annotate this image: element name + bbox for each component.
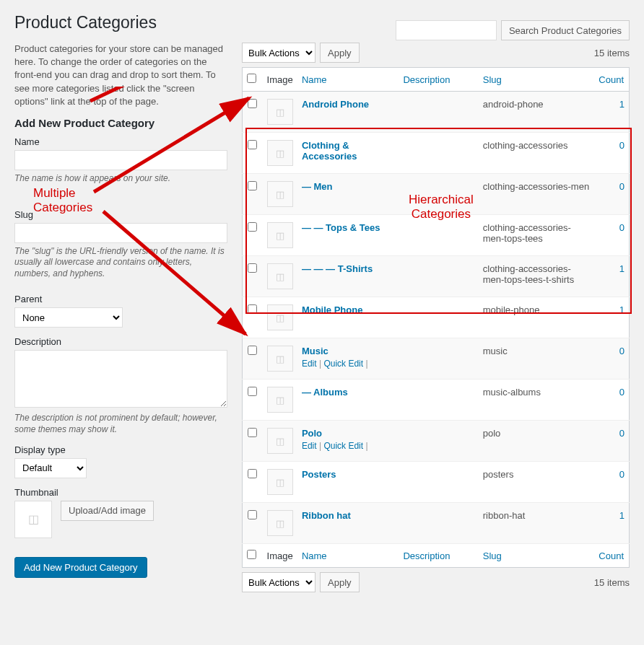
row-checkbox[interactable] xyxy=(248,387,257,396)
row-checkbox[interactable] xyxy=(248,510,257,519)
row-count-link[interactable]: 0 xyxy=(619,387,625,398)
image-icon: ◫ xyxy=(28,512,39,526)
table-row: ◫— Menclothing-accessories-men0 xyxy=(243,174,630,215)
name-label: Name xyxy=(14,136,227,147)
bulk-actions-select-bottom[interactable]: Bulk Actions xyxy=(242,572,316,592)
display-type-select[interactable]: Default xyxy=(14,458,87,478)
row-count-link[interactable]: 0 xyxy=(619,469,625,480)
quick-edit-link[interactable]: Quick Edit xyxy=(323,359,363,369)
row-count-link[interactable]: 1 xyxy=(619,510,625,521)
row-checkbox[interactable] xyxy=(248,263,257,273)
category-name-link[interactable]: Music xyxy=(302,346,328,356)
search-button[interactable]: Search Product Categories xyxy=(501,20,630,40)
thumbnail-label: Thumbnail xyxy=(14,487,227,498)
row-slug: clothing-accessories-men-tops-tees xyxy=(479,215,595,256)
row-slug: music xyxy=(479,338,595,379)
col-name-foot[interactable]: Name xyxy=(297,544,399,568)
row-actions: Edit | Quick Edit | xyxy=(302,441,394,451)
image-icon: ◫ xyxy=(267,181,293,207)
row-actions: Edit | Quick Edit | xyxy=(302,359,394,369)
category-name-link[interactable]: — — Tops & Tees xyxy=(302,222,380,233)
row-slug: clothing-accessories-men xyxy=(479,174,595,215)
col-slug-foot[interactable]: Slug xyxy=(479,544,595,568)
table-row: ◫Mobile Phonemobile-phone1 xyxy=(243,297,630,338)
row-checkbox[interactable] xyxy=(248,222,257,232)
row-count-link[interactable]: 0 xyxy=(619,140,625,151)
row-description xyxy=(399,256,478,297)
col-count[interactable]: Count xyxy=(594,68,629,92)
category-name-link[interactable]: Android Phone xyxy=(302,99,369,110)
row-checkbox[interactable] xyxy=(248,428,257,437)
row-description xyxy=(399,462,478,503)
col-name[interactable]: Name xyxy=(297,68,399,92)
table-row: ◫Ribbon hatribbon-hat1 xyxy=(243,503,630,544)
row-checkbox[interactable] xyxy=(248,304,257,314)
select-all-bottom[interactable] xyxy=(247,550,256,559)
edit-link[interactable]: Edit xyxy=(302,441,317,451)
row-description xyxy=(399,215,478,256)
row-slug: posters xyxy=(479,462,595,503)
row-count-link[interactable]: 0 xyxy=(619,181,625,192)
col-slug[interactable]: Slug xyxy=(479,68,595,92)
edit-link[interactable]: Edit xyxy=(302,359,317,369)
row-count-link[interactable]: 1 xyxy=(619,304,625,315)
row-count-link[interactable]: 0 xyxy=(619,346,625,356)
description-desc: The description is not prominent by defa… xyxy=(14,413,227,435)
category-name-link[interactable]: Mobile Phone xyxy=(302,304,363,315)
table-row: ◫— Albumsmusic-albums0 xyxy=(243,379,630,421)
row-count-link[interactable]: 0 xyxy=(619,222,625,233)
table-row: ◫Postersposters0 xyxy=(243,462,630,503)
categories-table: Image Name Description Slug Count ◫Andro… xyxy=(242,67,630,568)
row-slug: mobile-phone xyxy=(479,297,595,338)
row-count-link[interactable]: 1 xyxy=(619,263,625,274)
row-slug: android-phone xyxy=(479,92,595,133)
category-name-link[interactable]: Clothing & Accessories xyxy=(302,140,357,162)
col-image: Image xyxy=(263,68,297,92)
row-checkbox[interactable] xyxy=(248,469,257,478)
col-count-foot[interactable]: Count xyxy=(594,544,629,568)
row-description xyxy=(399,379,478,421)
slug-input[interactable] xyxy=(14,223,227,243)
image-icon: ◫ xyxy=(267,428,293,454)
row-description xyxy=(399,133,478,174)
category-name-link[interactable]: — Men xyxy=(302,181,333,192)
row-description xyxy=(399,421,478,462)
category-name-link[interactable]: Polo xyxy=(302,428,322,439)
category-name-link[interactable]: Ribbon hat xyxy=(302,510,351,521)
row-checkbox[interactable] xyxy=(248,346,257,355)
apply-button-bottom[interactable]: Apply xyxy=(320,572,360,592)
col-description[interactable]: Description xyxy=(399,68,478,92)
col-image-foot: Image xyxy=(263,544,297,568)
upload-image-button[interactable]: Upload/Add image xyxy=(61,501,154,521)
row-count-link[interactable]: 1 xyxy=(619,99,625,110)
parent-select[interactable]: None xyxy=(14,307,123,328)
table-row: ◫Clothing & Accessoriesclothing-accessor… xyxy=(243,133,630,174)
image-icon: ◫ xyxy=(267,469,293,495)
category-name-link[interactable]: Posters xyxy=(302,469,336,480)
row-checkbox[interactable] xyxy=(248,140,257,149)
items-count-bottom: 15 items xyxy=(594,577,630,588)
select-all-top[interactable] xyxy=(247,74,256,83)
parent-label: Parent xyxy=(14,294,123,304)
category-name-link[interactable]: — Albums xyxy=(302,387,348,398)
row-description xyxy=(399,338,478,379)
row-checkbox[interactable] xyxy=(248,181,257,190)
row-checkbox[interactable] xyxy=(248,99,257,108)
name-input[interactable] xyxy=(14,150,227,170)
col-description-foot[interactable]: Description xyxy=(399,544,478,568)
image-icon: ◫ xyxy=(267,263,293,289)
search-input[interactable] xyxy=(396,20,497,40)
apply-button-top[interactable]: Apply xyxy=(320,43,360,63)
name-desc: The name is how it appears on your site. xyxy=(14,173,227,185)
row-slug: music-albums xyxy=(479,379,595,421)
bulk-actions-select-top[interactable]: Bulk Actions xyxy=(242,43,316,63)
row-count-link[interactable]: 0 xyxy=(619,428,625,439)
description-label: Description xyxy=(14,336,227,347)
submit-button[interactable]: Add New Product Category xyxy=(14,557,147,578)
table-row: ◫Android Phoneandroid-phone1 xyxy=(243,92,630,133)
display-type-label: Display type xyxy=(14,444,227,455)
description-textarea[interactable] xyxy=(14,350,227,408)
image-icon: ◫ xyxy=(267,99,293,125)
category-name-link[interactable]: — — — T-Shirts xyxy=(302,263,373,274)
quick-edit-link[interactable]: Quick Edit xyxy=(323,441,363,451)
